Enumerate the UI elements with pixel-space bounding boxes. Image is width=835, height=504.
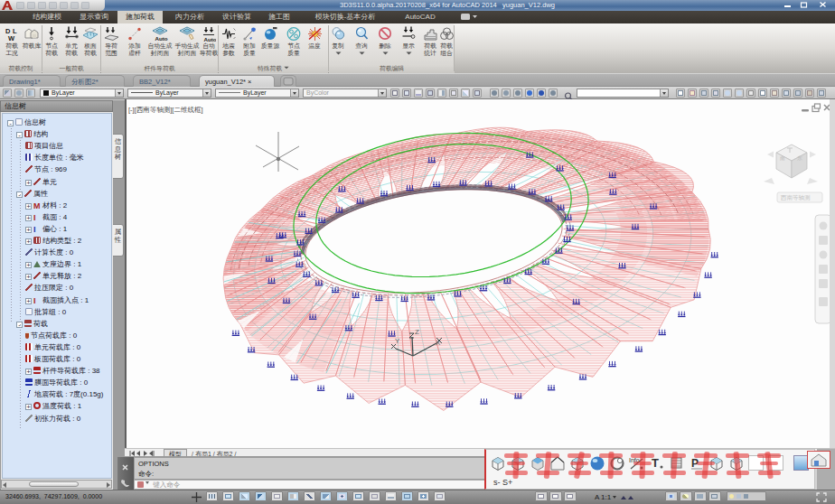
svg-text:W: W xyxy=(8,34,15,42)
svg-text:Auto: Auto xyxy=(155,35,168,42)
svg-text:南: 南 xyxy=(780,155,785,161)
svg-text:Y: Y xyxy=(395,337,400,345)
svg-text:西南等轴测: 西南等轴测 xyxy=(780,194,811,201)
svg-text:Z: Z xyxy=(415,328,419,336)
svg-text:东: 东 xyxy=(797,154,802,161)
svg-text:X: X xyxy=(436,339,441,347)
